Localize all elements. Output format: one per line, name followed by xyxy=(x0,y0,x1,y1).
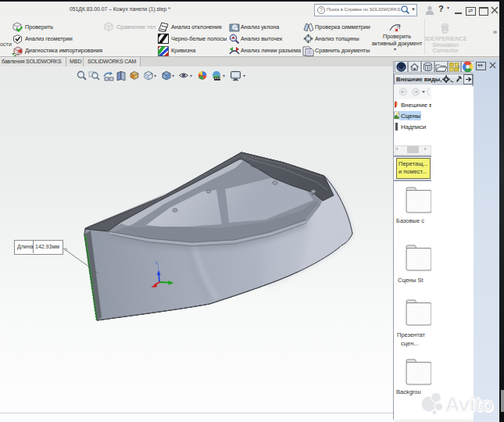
svg-text:Avito: Avito xyxy=(445,392,494,416)
svg-text:z: z xyxy=(155,260,158,265)
